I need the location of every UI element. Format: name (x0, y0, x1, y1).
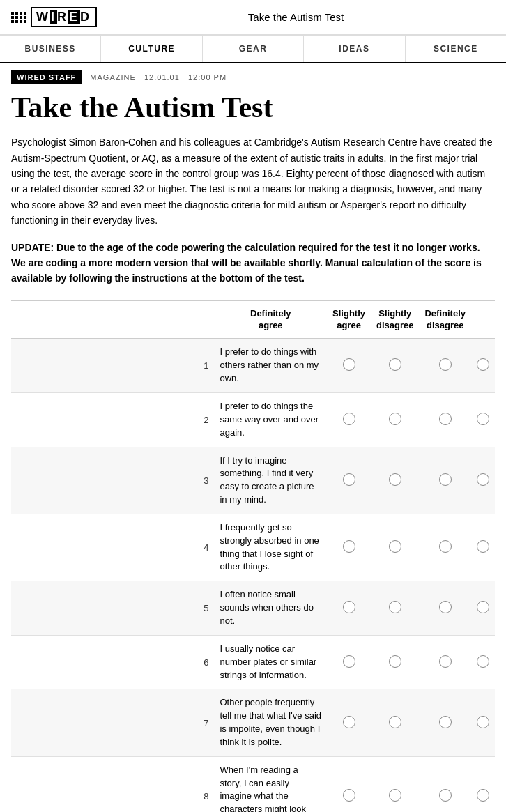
radio-cell[interactable] (471, 514, 495, 581)
wired-logo[interactable]: WIRED (11, 7, 97, 27)
table-row: 7Other people frequently tell me that wh… (11, 689, 495, 756)
col-question (11, 300, 214, 339)
radio-button[interactable] (477, 655, 489, 668)
byline-author[interactable]: WIRED STAFF (11, 70, 82, 84)
radio-button[interactable] (389, 601, 401, 613)
radio-cell[interactable] (471, 581, 495, 636)
byline: WIRED STAFF MAGAZINE 12.01.01 12:00 PM (0, 63, 506, 91)
row-question-text: If I try to imagine something, I find it… (214, 447, 327, 514)
radio-cell[interactable] (371, 756, 419, 812)
radio-button[interactable] (477, 473, 489, 486)
table-row: 1I prefer to do things with others rathe… (11, 339, 495, 393)
radio-button[interactable] (439, 655, 452, 668)
row-question-text: Other people frequently tell me that wha… (214, 689, 327, 756)
radio-button[interactable] (477, 358, 489, 371)
article-title: Take the Autism Test (11, 91, 495, 123)
radio-cell[interactable] (327, 581, 371, 636)
radio-button[interactable] (389, 413, 401, 425)
radio-cell[interactable] (419, 756, 471, 812)
radio-cell[interactable] (419, 635, 471, 689)
radio-cell[interactable] (371, 339, 419, 393)
row-number: 8 (11, 756, 214, 812)
row-question-text: I usually notice car number plates or si… (214, 635, 327, 689)
quiz-table: Definitelyagree Slightlyagree Slightlydi… (11, 300, 495, 812)
radio-cell[interactable] (471, 756, 495, 812)
radio-cell[interactable] (371, 447, 419, 514)
row-number: 2 (11, 393, 214, 447)
col-slightly-disagree: Slightlydisagree (371, 300, 419, 339)
radio-button[interactable] (389, 716, 401, 728)
article-update: UPDATE: Due to the age of the code power… (11, 240, 495, 286)
radio-button[interactable] (389, 358, 401, 371)
row-number: 1 (11, 339, 214, 393)
nav-business[interactable]: BUSINESS (0, 36, 101, 62)
radio-cell[interactable] (327, 447, 371, 514)
radio-cell[interactable] (471, 339, 495, 393)
main-nav: BUSINESS CULTURE GEAR IDEAS SCIENCE (0, 35, 506, 63)
radio-button[interactable] (439, 473, 452, 486)
radio-button[interactable] (343, 601, 355, 613)
radio-button[interactable] (343, 655, 355, 668)
radio-cell[interactable] (327, 339, 371, 393)
radio-cell[interactable] (471, 447, 495, 514)
radio-cell[interactable] (419, 689, 471, 756)
radio-button[interactable] (477, 540, 489, 553)
radio-button[interactable] (389, 789, 401, 802)
radio-button[interactable] (389, 473, 401, 486)
radio-cell[interactable] (471, 689, 495, 756)
row-question-text: I often notice small sounds when others … (214, 581, 327, 636)
radio-button[interactable] (477, 413, 489, 425)
radio-cell[interactable] (419, 581, 471, 636)
radio-cell[interactable] (371, 689, 419, 756)
nav-ideas[interactable]: IDEAS (304, 36, 405, 62)
radio-button[interactable] (389, 540, 401, 553)
radio-button[interactable] (439, 601, 452, 613)
radio-button[interactable] (343, 540, 355, 553)
table-row: 8When I'm reading a story, I can easily … (11, 756, 495, 812)
col-definitely-disagree: Definitelydisagree (419, 300, 471, 339)
radio-button[interactable] (477, 601, 489, 613)
radio-button[interactable] (343, 473, 355, 486)
radio-cell[interactable] (327, 756, 371, 812)
row-number: 6 (11, 635, 214, 689)
radio-cell[interactable] (327, 689, 371, 756)
radio-button[interactable] (389, 655, 401, 668)
radio-cell[interactable] (419, 447, 471, 514)
radio-button[interactable] (477, 716, 489, 728)
col-definitely-agree: Definitelyagree (214, 300, 327, 339)
radio-cell[interactable] (371, 514, 419, 581)
logo-box: WIRED (31, 7, 97, 27)
radio-button[interactable] (439, 789, 452, 802)
radio-button[interactable] (477, 789, 489, 802)
radio-cell[interactable] (327, 514, 371, 581)
nav-culture[interactable]: CULTURE (101, 36, 202, 62)
table-row: 3If I try to imagine something, I find i… (11, 447, 495, 514)
radio-cell[interactable] (419, 514, 471, 581)
radio-cell[interactable] (419, 339, 471, 393)
nav-gear[interactable]: GEAR (203, 36, 304, 62)
radio-cell[interactable] (371, 635, 419, 689)
radio-button[interactable] (439, 540, 452, 553)
table-row: 2I prefer to do things the same way over… (11, 393, 495, 447)
radio-cell[interactable] (371, 581, 419, 636)
radio-cell[interactable] (371, 393, 419, 447)
radio-button[interactable] (343, 789, 355, 802)
radio-cell[interactable] (327, 393, 371, 447)
radio-cell[interactable] (327, 635, 371, 689)
radio-button[interactable] (439, 716, 452, 728)
radio-cell[interactable] (419, 393, 471, 447)
radio-button[interactable] (343, 413, 355, 425)
radio-button[interactable] (343, 716, 355, 728)
radio-button[interactable] (343, 358, 355, 371)
radio-button[interactable] (439, 358, 452, 371)
row-question-text: I frequently get so strongly absorbed in… (214, 514, 327, 581)
radio-cell[interactable] (471, 393, 495, 447)
top-header: WIRED Take the Autism Test (0, 0, 506, 35)
table-row: 5I often notice small sounds when others… (11, 581, 495, 636)
radio-button[interactable] (439, 413, 452, 425)
table-row: 6I usually notice car number plates or s… (11, 635, 495, 689)
nav-science[interactable]: SCIENCE (406, 36, 506, 62)
row-question-text: I prefer to do things with others rather… (214, 339, 327, 393)
grid-icon (11, 12, 26, 23)
radio-cell[interactable] (471, 635, 495, 689)
